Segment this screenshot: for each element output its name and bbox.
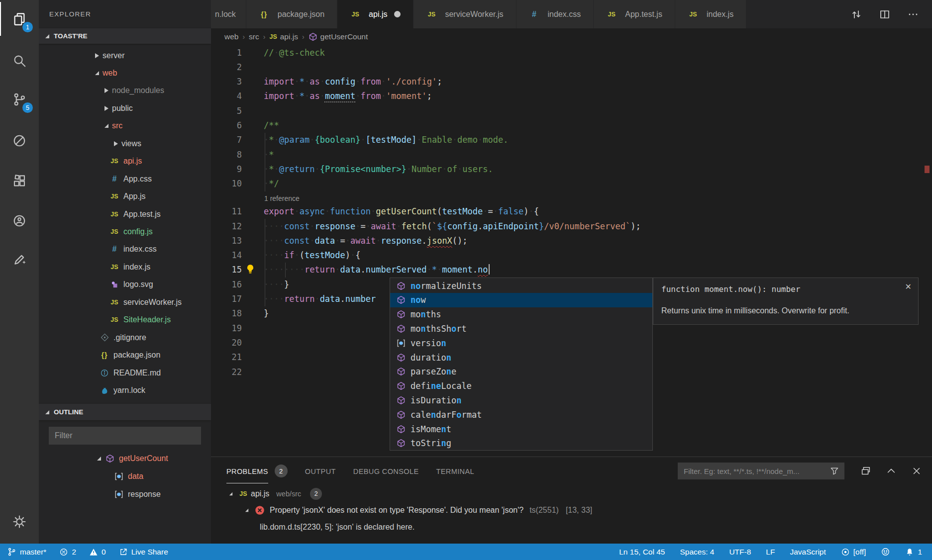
line-number[interactable]: 13 xyxy=(212,234,242,248)
line-number[interactable]: 9 xyxy=(212,162,242,177)
tab-package.json[interactable]: {}package.json xyxy=(246,0,337,28)
line-number[interactable]: 17 xyxy=(212,292,242,306)
dirty-dot-icon[interactable] xyxy=(394,11,401,17)
activity-item-live-share[interactable] xyxy=(0,204,39,238)
breadcrumb-item-api.js[interactable]: JSapi.js xyxy=(269,32,298,41)
line-number[interactable]: 21 xyxy=(212,350,242,365)
tab-App.test.js[interactable]: JSApp.test.js xyxy=(594,0,675,28)
sidebar-item-serviceWorker.js[interactable]: JSserviceWorker.js xyxy=(39,293,211,311)
line-number[interactable]: 5 xyxy=(212,104,242,118)
line-number[interactable]: 18 xyxy=(212,306,242,321)
line-number[interactable]: 16 xyxy=(212,278,242,292)
tab-index.css[interactable]: #index.css xyxy=(517,0,594,28)
suggestion-now[interactable]: now xyxy=(390,293,652,307)
activity-item-edit-tools[interactable] xyxy=(0,243,39,277)
suggestion-monthsShort[interactable]: monthsShort xyxy=(390,321,652,336)
sidebar-item-App.test.js[interactable]: JSApp.test.js xyxy=(39,205,211,223)
line-number[interactable]: 6 xyxy=(212,118,242,133)
status-indentation[interactable]: Spaces: 4 xyxy=(680,548,714,557)
sidebar-item-api.js[interactable]: JSapi.js2, U xyxy=(39,153,211,170)
tab-index.js[interactable]: JSindex.js xyxy=(675,0,746,28)
problem-file-row[interactable]: JSapi.jsweb/src2 xyxy=(211,485,932,502)
line-number[interactable]: 22 xyxy=(212,365,242,379)
activity-item-extensions[interactable] xyxy=(0,164,39,198)
sidebar-item-SiteHeader.js[interactable]: JSSiteHeader.jsU xyxy=(39,311,211,329)
sidebar-item-index.js[interactable]: JSindex.js xyxy=(39,258,211,276)
suggestion-parseZone[interactable]: parseZone xyxy=(390,365,652,379)
tab-serviceWorker.js[interactable]: JSserviceWorker.js xyxy=(414,0,516,28)
outline-item-getUserCount[interactable]: getUserCount1 xyxy=(39,450,211,467)
chevron-up-icon[interactable] xyxy=(886,466,897,476)
line-number[interactable]: 4 xyxy=(212,89,242,103)
status-cursor-position[interactable]: Ln 15, Col 45 xyxy=(619,548,665,557)
line-number[interactable]: 12 xyxy=(212,219,242,234)
status-encoding[interactable]: UTF-8 xyxy=(729,548,751,557)
line-number[interactable]: 7 xyxy=(212,133,242,147)
sidebar-item-index.css[interactable]: #index.css xyxy=(39,241,211,258)
status-warning-count[interactable]: 0 xyxy=(89,548,106,557)
suggestion-toString[interactable]: toString xyxy=(390,436,652,451)
panel-tab-output[interactable]: OUTPUT xyxy=(305,457,336,485)
split-editor-icon[interactable] xyxy=(879,8,891,20)
activity-item-explorer[interactable]: 1 xyxy=(0,2,39,36)
sidebar-item-server[interactable]: server xyxy=(39,47,211,64)
line-number[interactable]: 19 xyxy=(212,321,242,336)
sidebar-item-node-modules[interactable]: node_modules xyxy=(39,82,211,99)
outline-item-data[interactable]: data1 xyxy=(39,467,211,485)
outline-filter-input[interactable] xyxy=(49,427,201,445)
suggestion-months[interactable]: months xyxy=(390,307,652,322)
breadcrumb-item-src[interactable]: src xyxy=(249,32,259,41)
panel-tab-debug-console[interactable]: DEBUG CONSOLE xyxy=(353,457,419,485)
close-icon[interactable] xyxy=(911,466,922,476)
suggestion-version[interactable]: version xyxy=(390,336,652,350)
activity-item-settings[interactable] xyxy=(0,505,39,539)
line-number[interactable]: 1 xyxy=(212,46,242,60)
sidebar-item-README.md[interactable]: README.md xyxy=(39,364,211,381)
lightbulb-icon[interactable] xyxy=(245,264,256,275)
sidebar-item-public[interactable]: public xyxy=(39,99,211,117)
problem-error-row[interactable]: Property 'jsonX' does not exist on type … xyxy=(211,502,932,519)
activity-item-search[interactable] xyxy=(0,44,39,78)
more-icon[interactable] xyxy=(907,8,919,20)
status-live-share[interactable]: Live Share xyxy=(119,548,168,557)
sidebar-item-views[interactable]: views xyxy=(39,135,211,152)
panel-tab-terminal[interactable]: TERMINAL xyxy=(436,457,475,485)
status-notifications[interactable]: 1 xyxy=(905,548,922,557)
open-changes-icon[interactable] xyxy=(850,8,862,20)
status-eol[interactable]: LF xyxy=(766,548,775,557)
suggestion-calendarFormat[interactable]: calendarFormat xyxy=(390,407,652,422)
section-header-project[interactable]: TOAST'RE xyxy=(39,28,211,44)
breadcrumb-item-web[interactable]: web xyxy=(224,32,238,41)
line-number[interactable]: 11 xyxy=(212,204,242,219)
line-number[interactable]: 14 xyxy=(212,248,242,263)
line-number[interactable]: 15 xyxy=(212,263,242,277)
suggestion-normalizeUnits[interactable]: normalizeUnits xyxy=(390,279,652,293)
line-number[interactable]: 10 xyxy=(212,177,242,191)
tab-api.js[interactable]: JSapi.js xyxy=(337,0,413,28)
sidebar-item-logo.svg[interactable]: logo.svg xyxy=(39,276,211,293)
sidebar-item-App.css[interactable]: #App.css xyxy=(39,170,211,187)
line-number[interactable]: 20 xyxy=(212,336,242,350)
sidebar-item-package.json[interactable]: {}package.json xyxy=(39,347,211,364)
line-number[interactable]: 3 xyxy=(212,75,242,89)
problem-related-row[interactable]: lib.dom.d.ts[2230, 5]: 'json' is declare… xyxy=(211,519,932,536)
codelens-references[interactable]: 1 reference xyxy=(264,192,300,205)
status-screencast[interactable]: [off] xyxy=(841,548,866,557)
sidebar-item-src[interactable]: src xyxy=(39,117,211,135)
panel-tab-problems[interactable]: PROBLEMS2 xyxy=(226,457,288,485)
close-icon[interactable]: ✕ xyxy=(905,282,912,291)
sidebar-item-.gitignore[interactable]: .gitignore xyxy=(39,329,211,346)
outline-item-response[interactable]: response xyxy=(39,485,211,503)
activity-item-debug[interactable] xyxy=(0,124,39,158)
problems-filter-input[interactable] xyxy=(678,467,829,475)
status-feedback[interactable] xyxy=(881,547,890,557)
line-number[interactable]: 8 xyxy=(212,148,242,162)
line-number[interactable]: 2 xyxy=(212,60,242,75)
sidebar-item-web[interactable]: web xyxy=(39,64,211,82)
status-error-count[interactable]: 2 xyxy=(59,548,76,557)
suggestion-isDuration[interactable]: isDuration xyxy=(390,393,652,407)
status-git-branch[interactable]: master* xyxy=(7,547,46,557)
sidebar-item-config.js[interactable]: JSconfig.jsU xyxy=(39,223,211,241)
suggestion-duration[interactable]: duration xyxy=(390,350,652,365)
suggestion-defineLocale[interactable]: defineLocale xyxy=(390,379,652,393)
